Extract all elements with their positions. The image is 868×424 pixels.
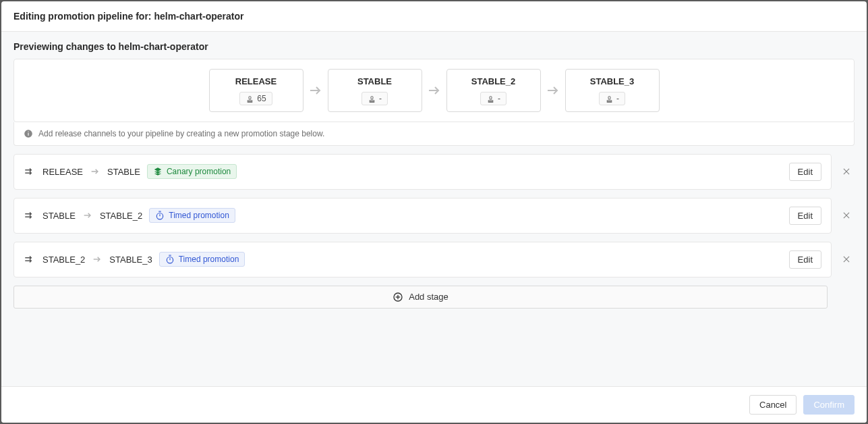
channel-name: STABLE_3 — [571, 76, 654, 86]
stages-list: RELEASE STABLE Canary promotion Edit — [1, 154, 867, 309]
flow-icon — [24, 255, 36, 264]
stage-row: STABLE_2 STABLE_3 Timed promotion Edit — [13, 242, 832, 277]
arrow-right-icon — [92, 254, 103, 265]
channel-count-badge: - — [361, 92, 388, 105]
channel-name: STABLE — [334, 76, 416, 86]
stage-to: STABLE_2 — [100, 211, 142, 221]
channel-count-badge: 65 — [239, 92, 272, 105]
layers-icon — [153, 167, 163, 176]
plus-circle-icon — [393, 292, 403, 302]
flow-icon — [24, 167, 36, 176]
stopwatch-icon — [165, 255, 175, 264]
add-stage-button[interactable]: Add stage — [13, 286, 828, 309]
stamp-icon — [368, 95, 376, 103]
dialog-footer: Cancel Confirm — [1, 386, 867, 423]
badge-label: Timed promotion — [179, 255, 239, 264]
canary-promotion-badge: Canary promotion — [147, 164, 237, 179]
add-stage-label: Add stage — [409, 292, 449, 302]
dialog-body: Previewing changes to helm-chart-operato… — [1, 32, 867, 386]
channel-name: RELEASE — [215, 76, 297, 86]
cancel-button[interactable]: Cancel — [749, 395, 797, 415]
svg-rect-4 — [28, 132, 28, 135]
channel-card-release: RELEASE 65 — [209, 69, 303, 112]
preview-title: Previewing changes to helm-chart-operato… — [1, 32, 867, 59]
confirm-button[interactable]: Confirm — [803, 395, 855, 415]
dialog-title: Editing promotion pipeline for: helm-cha… — [1, 1, 867, 32]
dialog-title-name: helm-chart-operator — [154, 11, 243, 22]
stage-row: RELEASE STABLE Canary promotion Edit — [13, 154, 832, 190]
dialog-title-prefix: Editing promotion pipeline for: — [13, 11, 152, 22]
arrow-right-icon — [308, 82, 324, 99]
info-banner: Add release channels to your pipeline by… — [13, 122, 855, 146]
arrow-right-icon — [82, 210, 93, 221]
channel-count: 65 — [257, 94, 266, 103]
stage-row: STABLE STABLE_2 Timed promotion Edit — [13, 198, 832, 234]
preview-title-prefix: Previewing changes to — [13, 41, 116, 52]
close-icon — [842, 167, 851, 176]
preview-title-name: helm-chart-operator — [119, 41, 208, 52]
pipeline-preview: RELEASE 65 STABLE - — [13, 59, 855, 122]
remove-stage-button[interactable] — [838, 163, 855, 180]
info-icon — [24, 129, 33, 138]
channel-count-badge: - — [599, 92, 625, 105]
stamp-icon — [486, 95, 495, 103]
svg-point-5 — [28, 131, 28, 132]
stage-from: RELEASE — [42, 167, 83, 177]
arrow-right-icon — [545, 82, 561, 99]
stopwatch-icon — [155, 211, 165, 220]
channel-count: - — [379, 94, 382, 103]
edit-stage-button[interactable]: Edit — [789, 250, 821, 269]
channel-card-stable: STABLE - — [328, 69, 422, 112]
channel-count-badge: - — [480, 92, 507, 105]
remove-stage-button[interactable] — [838, 207, 855, 223]
svg-point-10 — [157, 213, 163, 219]
stamp-icon — [605, 95, 614, 103]
arrow-right-icon — [90, 166, 100, 177]
stage-row-wrap: STABLE STABLE_2 Timed promotion Edit — [13, 198, 855, 234]
stage-from: STABLE — [42, 211, 76, 221]
close-icon — [842, 255, 851, 264]
flow-icon — [24, 211, 36, 220]
edit-stage-button[interactable]: Edit — [789, 207, 821, 225]
edit-pipeline-dialog: Editing promotion pipeline for: helm-cha… — [1, 1, 867, 423]
remove-stage-button[interactable] — [838, 251, 855, 267]
stage-row-wrap: RELEASE STABLE Canary promotion Edit — [13, 154, 855, 190]
badge-label: Timed promotion — [169, 211, 229, 220]
badge-label: Canary promotion — [167, 167, 231, 176]
stage-row-wrap: STABLE_2 STABLE_3 Timed promotion Edit — [13, 242, 855, 277]
svg-point-16 — [167, 257, 173, 263]
timed-promotion-badge: Timed promotion — [149, 208, 235, 223]
channel-card-stable3: STABLE_3 - — [565, 69, 660, 112]
stage-to: STABLE — [107, 167, 140, 177]
channel-count: - — [498, 94, 500, 103]
edit-stage-button[interactable]: Edit — [789, 163, 821, 181]
close-icon — [842, 211, 851, 220]
stage-to: STABLE_3 — [109, 255, 152, 265]
channel-count: - — [616, 94, 619, 103]
stamp-icon — [245, 95, 254, 103]
stage-from: STABLE_2 — [42, 255, 85, 265]
channel-name: STABLE_2 — [453, 76, 535, 86]
channel-card-stable2: STABLE_2 - — [446, 69, 541, 112]
timed-promotion-badge: Timed promotion — [159, 252, 245, 267]
info-text: Add release channels to your pipeline by… — [38, 129, 324, 138]
arrow-right-icon — [426, 82, 442, 99]
